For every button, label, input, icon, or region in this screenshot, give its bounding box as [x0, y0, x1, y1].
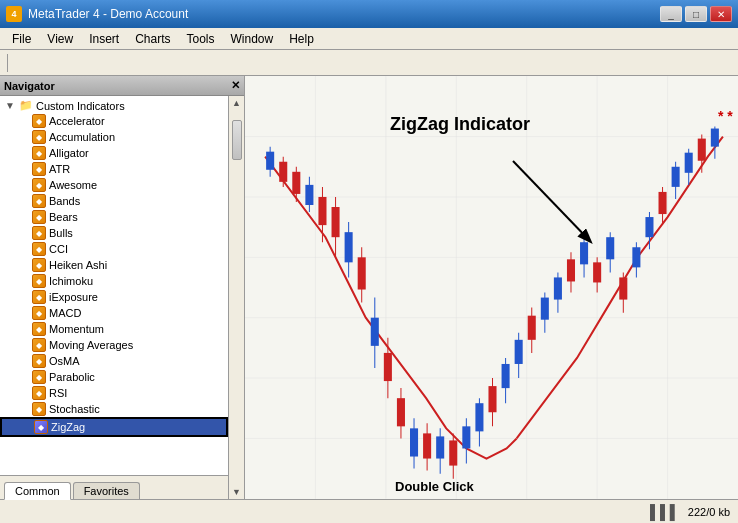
- svg-rect-56: [541, 298, 549, 320]
- menu-bar: File View Insert Charts Tools Window Hel…: [0, 28, 738, 50]
- tree-item-bands[interactable]: ◆ Bands: [0, 193, 228, 209]
- indicator-icon-accelerator: ◆: [32, 114, 46, 128]
- menu-file[interactable]: File: [4, 30, 39, 48]
- menu-tools[interactable]: Tools: [179, 30, 223, 48]
- indicator-icon-stochastic: ◆: [32, 402, 46, 416]
- svg-rect-82: [711, 129, 719, 147]
- tree-item-osma[interactable]: ◆ OsMA: [0, 353, 228, 369]
- item-label-iexposure: iExposure: [49, 291, 98, 303]
- tree-item-accumulation[interactable]: ◆ Accumulation: [0, 129, 228, 145]
- tab-favorites[interactable]: Favorites: [73, 482, 140, 499]
- tree-item-iexposure[interactable]: ◆ iExposure: [0, 289, 228, 305]
- chart-area[interactable]: * * ZigZag Indicator Double Click: [245, 76, 738, 499]
- item-label-awesome: Awesome: [49, 179, 97, 191]
- svg-rect-66: [606, 237, 614, 259]
- item-label-momentum: Momentum: [49, 323, 104, 335]
- status-right: ▌▌▌ 222/0 kb: [650, 504, 730, 520]
- menu-charts[interactable]: Charts: [127, 30, 178, 48]
- indicator-icon-bulls: ◆: [32, 226, 46, 240]
- svg-rect-42: [449, 440, 457, 465]
- menu-insert[interactable]: Insert: [81, 30, 127, 48]
- status-memory: 222/0 kb: [688, 506, 730, 518]
- svg-text:* *: * *: [718, 108, 733, 124]
- double-click-label: Double Click: [395, 479, 474, 494]
- navigator-panel: Navigator ✕ ▼ 📁 Custom Indicators ◆ Acce…: [0, 76, 245, 499]
- svg-rect-72: [645, 217, 653, 237]
- indicator-icon-momentum: ◆: [32, 322, 46, 336]
- indicator-icon-parabolic: ◆: [32, 370, 46, 384]
- item-label-rsi: RSI: [49, 387, 67, 399]
- svg-rect-50: [502, 364, 510, 388]
- navigator-tabs: Common Favorites: [0, 475, 244, 499]
- window-title: MetaTrader 4 - Demo Account: [28, 7, 188, 21]
- window-controls: _ □ ✕: [660, 6, 732, 22]
- status-bar: ▌▌▌ 222/0 kb: [0, 499, 738, 523]
- indicator-icon-iexposure: ◆: [32, 290, 46, 304]
- tree-item-momentum[interactable]: ◆ Momentum: [0, 321, 228, 337]
- tree-item-moving-averages[interactable]: ◆ Moving Averages: [0, 337, 228, 353]
- tree-item-alligator[interactable]: ◆ Alligator: [0, 145, 228, 161]
- minimize-button[interactable]: _: [660, 6, 682, 22]
- tree-item-macd[interactable]: ◆ MACD: [0, 305, 228, 321]
- svg-rect-20: [305, 185, 313, 205]
- svg-rect-76: [672, 167, 680, 187]
- tree-item-zigzag[interactable]: ◆ ZigZag: [0, 417, 228, 437]
- status-bars-icon: ▌▌▌: [650, 504, 680, 520]
- maximize-button[interactable]: □: [685, 6, 707, 22]
- tree-item-atr[interactable]: ◆ ATR: [0, 161, 228, 177]
- item-label-accumulation: Accumulation: [49, 131, 115, 143]
- tree-item-awesome[interactable]: ◆ Awesome: [0, 177, 228, 193]
- item-label-osma: OsMA: [49, 355, 80, 367]
- menu-help[interactable]: Help: [281, 30, 322, 48]
- indicator-icon-macd: ◆: [32, 306, 46, 320]
- custom-indicators-label: Custom Indicators: [36, 100, 125, 112]
- svg-rect-78: [685, 153, 693, 173]
- navigator-close-button[interactable]: ✕: [231, 79, 240, 92]
- svg-rect-62: [580, 242, 588, 264]
- scroll-up-arrow[interactable]: ▲: [230, 96, 243, 110]
- tree-item-ichimoku[interactable]: ◆ Ichimoku: [0, 273, 228, 289]
- menu-view[interactable]: View: [39, 30, 81, 48]
- indicator-icon-cci: ◆: [32, 242, 46, 256]
- svg-rect-18: [292, 172, 300, 194]
- tree-item-cci[interactable]: ◆ CCI: [0, 241, 228, 257]
- menu-window[interactable]: Window: [223, 30, 282, 48]
- indicator-icon-bears: ◆: [32, 210, 46, 224]
- item-label-atr: ATR: [49, 163, 70, 175]
- svg-rect-74: [659, 192, 667, 214]
- item-label-macd: MACD: [49, 307, 81, 319]
- tree-item-heiken-ashi[interactable]: ◆ Heiken Ashi: [0, 257, 228, 273]
- tree-root-custom-indicators[interactable]: ▼ 📁 Custom Indicators: [0, 98, 228, 113]
- svg-rect-34: [397, 398, 405, 426]
- svg-rect-38: [423, 433, 431, 458]
- scroll-down-arrow[interactable]: ▼: [230, 485, 243, 499]
- tree-item-parabolic[interactable]: ◆ Parabolic: [0, 369, 228, 385]
- svg-rect-60: [567, 259, 575, 281]
- scroll-thumb[interactable]: [232, 120, 242, 160]
- navigator-header: Navigator ✕: [0, 76, 244, 96]
- svg-rect-26: [345, 232, 353, 262]
- item-label-bands: Bands: [49, 195, 80, 207]
- indicator-icon-heiken-ashi: ◆: [32, 258, 46, 272]
- indicator-icon-moving-averages: ◆: [32, 338, 46, 352]
- app-icon: 4: [6, 6, 22, 22]
- tree-item-bulls[interactable]: ◆ Bulls: [0, 225, 228, 241]
- indicator-icon-atr: ◆: [32, 162, 46, 176]
- svg-rect-70: [632, 247, 640, 267]
- tab-common[interactable]: Common: [4, 482, 71, 500]
- svg-rect-48: [488, 386, 496, 412]
- tree-item-stochastic[interactable]: ◆ Stochastic: [0, 401, 228, 417]
- svg-rect-58: [554, 277, 562, 299]
- close-button[interactable]: ✕: [710, 6, 732, 22]
- indicator-icon-ichimoku: ◆: [32, 274, 46, 288]
- svg-rect-14: [266, 152, 274, 170]
- expand-icon: ▼: [4, 100, 16, 111]
- tree-item-bears[interactable]: ◆ Bears: [0, 209, 228, 225]
- indicator-icon-rsi: ◆: [32, 386, 46, 400]
- tree-item-rsi[interactable]: ◆ RSI: [0, 385, 228, 401]
- item-label-bulls: Bulls: [49, 227, 73, 239]
- navigator-scrollbar[interactable]: ▲ ▼: [228, 96, 244, 499]
- indicator-icon-bands: ◆: [32, 194, 46, 208]
- tree-item-accelerator[interactable]: ◆ Accelerator: [0, 113, 228, 129]
- title-bar: 4 MetaTrader 4 - Demo Account _ □ ✕: [0, 0, 738, 28]
